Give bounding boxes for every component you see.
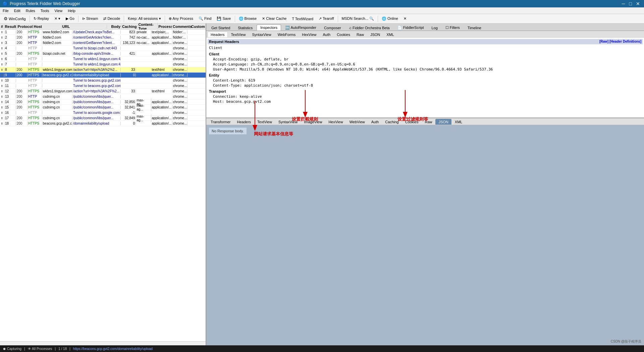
table-row[interactable]: ⬆ 11 HTTP Tunnel to beacons.gcp.gvt2.com… (0, 83, 206, 89)
decode-button[interactable]: ⇄ Decode (101, 15, 122, 22)
row-url: /blog-console-api/v3/mde... (72, 52, 121, 55)
req-tab-auth[interactable]: Auth (320, 32, 334, 37)
request-headers-label: Request Headers (209, 40, 239, 44)
winconfig-button[interactable]: ⚙ WinConfig (1, 15, 28, 22)
close-online-button[interactable]: ✕ (401, 15, 409, 22)
table-row[interactable]: ⬆ 18 200 HTTPS beacons.gcp.gvt2.c... /do… (0, 121, 206, 126)
find-button[interactable]: 🔍 Find (196, 15, 214, 22)
table-row[interactable]: ⬆ 3 200 HTTP fiddler2.com /content/GetBa… (0, 40, 206, 46)
accept-encoding-field: Accept-Encoding: gzip, deflate, br (208, 57, 643, 62)
table-row[interactable]: ⬆ 9 200 HTTPS beacons.gcp.gvt2.c... /dom… (0, 73, 206, 78)
table-row[interactable]: ⬆ 4 HTTP Tunnel to bizapi.csdn.net:443 c… (0, 46, 206, 51)
tab-inspectors[interactable]: Inspectors (257, 25, 281, 31)
resp-tab-raw[interactable]: Raw (422, 119, 435, 125)
sessions-scrollbar[interactable] (0, 341, 206, 345)
table-row[interactable]: ⬆ 8 200 HTTPS wkbrs1.tingyun.com /action… (0, 67, 206, 73)
menu-item-help[interactable]: Help (65, 8, 78, 13)
row-process: chrome... (172, 84, 187, 88)
tab-log[interactable]: Log (428, 25, 441, 31)
row-icon: ⬆ (0, 41, 4, 45)
table-row[interactable]: ⬆ 7 HTTP Tunnel to wkbrs1.tingyun.com:44… (0, 62, 206, 67)
tab-get-started[interactable]: Get Started (208, 25, 234, 31)
row-icon: ⬆ (0, 36, 4, 39)
menu-item-edit[interactable]: Edit (11, 8, 23, 13)
req-tab-webforms[interactable]: WebForms (275, 32, 299, 37)
table-row[interactable]: ⬆ 1 200 HTTPS www.fiddler2.com /UpdateCh… (0, 30, 206, 35)
resp-tab-auth[interactable]: Auth (368, 119, 382, 125)
resp-tab-textview[interactable]: TextView (254, 119, 275, 125)
maximize-button[interactable]: □ (628, 1, 633, 6)
resp-tab-cookies[interactable]: Cookies (402, 119, 422, 125)
resp-tab-json[interactable]: JSON (435, 119, 451, 125)
resp-tab-headers[interactable]: Headers (234, 119, 254, 125)
table-row[interactable]: ⬆ 17 200 HTTPS csdnimg.cn /public/common… (0, 116, 206, 121)
tab-autoresponder[interactable]: 🆒 AutoResponder (281, 25, 320, 31)
req-tab-json[interactable]: JSON (367, 32, 383, 37)
req-tab-textview[interactable]: TextView (228, 32, 249, 37)
tab-statistics[interactable]: Statistics (234, 25, 256, 31)
menu-item-rules[interactable]: Rules (23, 8, 38, 13)
row-caching: max-ag... (136, 115, 151, 122)
menu-item-tools[interactable]: Tools (38, 8, 52, 13)
resp-tab-syntaxview[interactable]: SyntaxView (275, 119, 301, 125)
req-tab-hexview[interactable]: HexView (299, 32, 319, 37)
minimize-button[interactable]: ─ (621, 1, 627, 6)
row-process: fiddler:... (172, 36, 187, 39)
req-tab-cookies[interactable]: Cookies (334, 32, 353, 37)
resp-tab-caching[interactable]: Caching (382, 119, 401, 125)
close-button[interactable]: ✕ (635, 1, 641, 6)
row-process: chrome... (172, 73, 187, 77)
req-tab-headers[interactable]: Headers (208, 32, 228, 37)
req-tab-raw[interactable]: Raw (354, 32, 367, 37)
go-button[interactable]: ▶ Go (63, 15, 77, 22)
browse-button[interactable]: 🌐 Browse (236, 15, 259, 22)
any-process-button[interactable]: ⊕ Any Process (166, 15, 196, 22)
table-row[interactable]: ⬆ 5 200 HTTPS bizapi.csdn.net /blog-cons… (0, 51, 206, 56)
req-tab-xml[interactable]: XML (383, 32, 397, 37)
csdn-watermark: CSDN @段子程序员 (611, 339, 641, 344)
save-button[interactable]: 💾 Save (214, 15, 233, 22)
table-row[interactable]: ⬆ 16 HTTP Tunnel to accounts.google.com:… (0, 110, 206, 116)
row-protocol: HTTPS (28, 52, 42, 55)
header-definitions-links[interactable]: [Raw] [Header Definitions] (599, 40, 641, 44)
msdn-search-button[interactable]: MSDN Search... 🔍 (339, 15, 377, 22)
client-section-header: Client (208, 51, 643, 57)
clear-cache-button[interactable]: ✕ Clear Cache (260, 15, 289, 22)
menu-item-view[interactable]: View (52, 8, 65, 13)
resp-tab-hexview[interactable]: HexView (325, 119, 346, 125)
row-contenttype: text/html (151, 68, 172, 72)
resp-tab-imageview[interactable]: ImageView (301, 119, 325, 125)
row-caching: no-cac... (136, 41, 151, 45)
req-tab-syntaxview[interactable]: SyntaxView (249, 32, 274, 37)
row-id: 17 (4, 116, 16, 120)
resp-tab-transformer[interactable]: Transformer (208, 119, 234, 125)
row-url: /content/GetBanner?client... (72, 41, 121, 45)
col-result-header: Result (4, 25, 17, 29)
online-button[interactable]: 🌐 Online (379, 15, 400, 22)
row-body: 32,856 (121, 100, 136, 104)
keep-sessions-button[interactable]: Keep: All sessions ▾ (125, 15, 163, 22)
tab-timeline[interactable]: Timeline (464, 25, 485, 31)
table-row[interactable]: ⬆ 13 200 HTTP csdnimg.cn /public/common/… (0, 94, 206, 99)
replay-button[interactable]: ↻ Replay (31, 15, 51, 22)
resp-tab-webview[interactable]: WebView (346, 119, 368, 125)
table-row[interactable]: ⬆ 12 200 HTTPS wkbrs1.tingyun.com /actio… (0, 89, 206, 94)
status-bar: ⏺ Capturing | 👁 All Processes | 1 / 18 |… (0, 345, 644, 352)
row-host: csdnimg.cn (42, 95, 72, 98)
tab-fiddlerscript[interactable]: 📄 FiddlerScript (394, 25, 428, 31)
table-row[interactable]: ⬆ 14 200 HTTPS csdnimg.cn /public/common… (0, 99, 206, 105)
menu-item-file[interactable]: File (0, 8, 11, 13)
tearoff-button[interactable]: ↗ Tearoff (316, 15, 336, 22)
text-wizard-button[interactable]: T TextWizard (289, 16, 316, 22)
resp-tab-xml[interactable]: XML (452, 119, 466, 125)
tab-orchestra[interactable]: ♫ Fiddler Orchestra Beta (345, 25, 393, 31)
table-row[interactable]: ⬆ 15 200 HTTPS csdnimg.cn /public/common… (0, 105, 206, 110)
table-row[interactable]: ⬆ 6 HTTP Tunnel to wkbrs1.tingyun.com:44… (0, 56, 206, 62)
col-comments-header: Comments (172, 25, 191, 29)
x-dropdown-button[interactable]: ✕ ▾ (52, 15, 63, 22)
tab-filters[interactable]: ☐ Filters (442, 25, 464, 31)
tab-composer[interactable]: Composer (320, 25, 345, 31)
table-row[interactable]: ⬆ 10 HTTP Tunnel to beacons.gcp.gvt2.com… (0, 78, 206, 83)
table-row[interactable]: ⬆ 2 200 HTTP fiddler2.com /content/GetAr… (0, 35, 206, 40)
stream-button[interactable]: ⊳ Stream (80, 15, 101, 22)
